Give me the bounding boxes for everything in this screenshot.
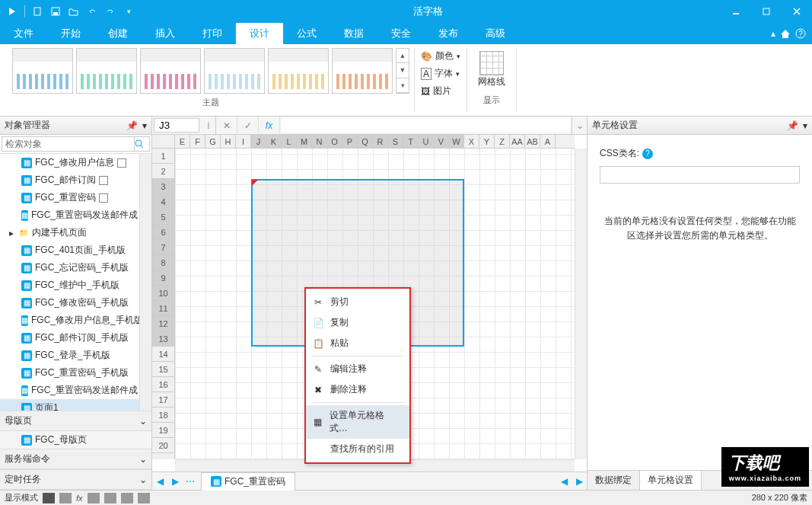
row-header[interactable]: 1 (152, 149, 174, 164)
row-header[interactable]: 17 (152, 392, 174, 408)
tab-design[interactable]: 设计 (236, 23, 283, 44)
gallery-more-icon[interactable]: ▾ (396, 78, 409, 93)
help-icon[interactable]: ? (795, 28, 806, 39)
theme-gallery[interactable]: ▲ ▼ ▾ (12, 48, 409, 94)
help-icon[interactable]: ? (642, 149, 653, 159)
open-icon[interactable] (68, 5, 80, 18)
expand-formula-icon[interactable]: ⌄ (572, 117, 587, 134)
mode-6-icon[interactable] (138, 493, 150, 503)
menu-item-copy[interactable]: 📄复制 (306, 312, 409, 333)
menu-item-edit[interactable]: ✎编辑注释 (306, 359, 409, 379)
column-header[interactable]: Y (479, 135, 495, 148)
close-button[interactable] (782, 0, 812, 23)
qat-more-icon[interactable]: ▾ (123, 5, 135, 18)
column-header[interactable]: O (327, 135, 342, 148)
column-header[interactable]: A (540, 135, 556, 148)
column-header[interactable]: J (251, 135, 266, 148)
pin-icon[interactable]: 📌 (126, 120, 138, 131)
timer-section[interactable]: 定时任务⌄ (0, 469, 151, 490)
page-item[interactable]: ▦FGC_忘记密码_手机版 (0, 259, 139, 276)
row-header[interactable]: 10 (152, 286, 174, 301)
row-header[interactable]: 19 (152, 423, 174, 438)
tab-scroll-left-icon[interactable]: ◀ (556, 476, 572, 487)
mode-4-icon[interactable] (104, 493, 116, 503)
undo-icon[interactable] (86, 5, 98, 18)
fx-toggle-icon[interactable]: fx (76, 494, 83, 503)
column-header[interactable]: V (434, 135, 449, 148)
row-header[interactable]: 13 (152, 331, 174, 347)
tree-scrollbar[interactable] (139, 154, 151, 411)
column-header[interactable]: H (221, 135, 236, 148)
chevron-down-icon[interactable]: ⌄ (139, 454, 147, 465)
row-header[interactable]: 3 (152, 179, 174, 194)
cancel-formula-icon[interactable]: ✕ (216, 117, 237, 134)
master-page-item[interactable]: ▦FGC_母版页 (0, 431, 151, 449)
theme-4[interactable] (204, 48, 265, 94)
tab-file[interactable]: 文件 (0, 23, 47, 44)
tab-more-icon[interactable]: ⋯ (183, 476, 198, 487)
row-header[interactable]: 12 (152, 316, 174, 331)
tab-insert[interactable]: 插入 (142, 23, 189, 44)
column-header[interactable]: Q (358, 135, 373, 148)
accept-formula-icon[interactable]: ✓ (237, 117, 259, 134)
cell-reference-input[interactable] (154, 118, 199, 133)
tab-print[interactable]: 打印 (189, 23, 236, 44)
minimize-button[interactable] (721, 0, 751, 23)
ref-dropdown-icon[interactable]: ⁞ (201, 117, 216, 134)
fx-icon[interactable]: fx (259, 117, 280, 134)
tab-advanced[interactable]: 高级 (472, 23, 519, 44)
page-item[interactable]: ▦FGC_重置密码发送邮件成 (0, 206, 139, 224)
chevron-down-icon[interactable]: ⌄ (139, 416, 147, 427)
theme-1[interactable] (12, 48, 73, 94)
column-header[interactable]: E (175, 135, 190, 148)
column-header[interactable]: AA (510, 135, 525, 148)
theme-6[interactable] (332, 48, 393, 94)
menu-item-format[interactable]: ▦设置单元格格式… (306, 405, 409, 439)
column-header[interactable]: F (190, 135, 205, 148)
panel-close-icon[interactable]: ▾ (142, 120, 147, 131)
row-header[interactable]: 7 (152, 240, 174, 255)
column-header[interactable]: L (282, 135, 297, 148)
gallery-up-icon[interactable]: ▲ (396, 49, 409, 63)
page-item[interactable]: ▦FGC_修改用户信息_手机版 (0, 312, 139, 329)
maximize-button[interactable] (751, 0, 782, 23)
server-section[interactable]: 服务端命令⌄ (0, 449, 151, 469)
play-icon[interactable] (6, 5, 18, 18)
menu-item-paste[interactable]: 📋粘贴 (306, 333, 409, 353)
image-button[interactable]: 🖼图片 (419, 83, 462, 99)
panel-close-icon[interactable]: ▾ (803, 120, 807, 131)
page-item[interactable]: ▦FGC_修改用户信息 (0, 154, 139, 171)
row-header[interactable]: 8 (152, 255, 174, 270)
row-header[interactable]: 20 (152, 438, 174, 453)
row-header[interactable]: 14 (152, 347, 174, 362)
page-item[interactable]: ▦FGC_维护中_手机版 (0, 276, 139, 294)
redo-icon[interactable] (104, 5, 116, 18)
page-item[interactable]: ▦FGC_重置密码 (0, 189, 139, 206)
page-item[interactable]: ▦FGC_登录_手机版 (0, 347, 139, 364)
column-header[interactable]: R (373, 135, 388, 148)
column-header[interactable]: M (297, 135, 312, 148)
search-input[interactable] (2, 136, 135, 152)
row-header[interactable]: 5 (152, 209, 174, 225)
column-headers[interactable]: EFGHIJKLMNOPQRSTUVWXYZAAABA (175, 135, 575, 149)
column-header[interactable]: G (205, 135, 221, 148)
theme-2[interactable] (76, 48, 137, 94)
tab-prev-icon[interactable]: ◀ (152, 476, 167, 487)
tab-publish[interactable]: 发布 (425, 23, 472, 44)
column-header[interactable]: I (236, 135, 251, 148)
tab-next-icon[interactable]: ▶ (167, 476, 183, 487)
tab-scroll-right-icon[interactable]: ▶ (572, 476, 587, 487)
formula-input[interactable] (282, 118, 570, 133)
column-header[interactable]: K (266, 135, 282, 148)
tab-formula[interactable]: 公式 (283, 23, 330, 44)
tab-data-binding[interactable]: 数据绑定 (588, 471, 640, 490)
tab-data[interactable]: 数据 (330, 23, 377, 44)
row-header[interactable]: 6 (152, 225, 174, 240)
vertical-scrollbar[interactable] (575, 149, 587, 459)
tab-security[interactable]: 安全 (377, 23, 425, 44)
menu-item-delete[interactable]: ✖删除注释 (306, 379, 409, 400)
menu-item-find[interactable]: 查找所有的引用 (306, 439, 409, 459)
select-all-corner[interactable] (152, 135, 175, 149)
page-item[interactable]: ▦FGC_修改密码_手机版 (0, 294, 139, 312)
row-header[interactable]: 9 (152, 270, 174, 286)
